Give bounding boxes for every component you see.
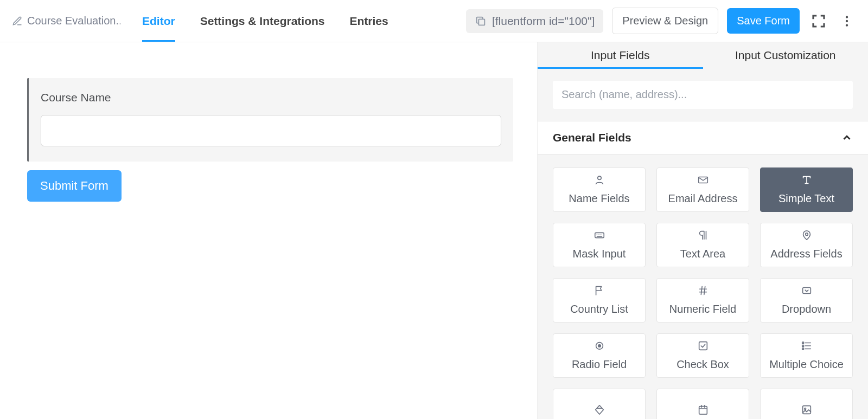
save-form-button[interactable]: Save Form	[727, 8, 800, 34]
tab-label: Entries	[350, 15, 388, 28]
text-icon	[800, 174, 813, 188]
main: Course Name Submit Form Input Fields Inp…	[0, 42, 868, 419]
field-card-radio-field[interactable]: Radio Field	[553, 333, 646, 378]
keyboard-icon	[593, 229, 606, 243]
field-card-diamond[interactable]	[553, 389, 646, 419]
tab-settings-integrations[interactable]: Settings & Integrations	[200, 0, 325, 42]
fullscreen-button[interactable]	[808, 11, 829, 31]
side-tab-label: Input Fields	[591, 49, 650, 62]
calendar-icon	[697, 404, 710, 418]
section-title: General Fields	[553, 131, 631, 144]
field-card-mask-input[interactable]: Mask Input	[553, 223, 646, 267]
paragraph-icon	[697, 229, 710, 243]
field-card-country-list[interactable]: Country List	[553, 278, 646, 323]
field-label: Course Name	[41, 91, 501, 104]
field-card-calendar[interactable]	[656, 389, 749, 419]
course-name-input[interactable]	[41, 115, 501, 146]
pencil-icon	[12, 16, 23, 27]
flag-icon	[593, 285, 606, 299]
field-card-label: Country List	[570, 303, 628, 315]
fullscreen-icon	[810, 13, 827, 29]
tab-input-fields[interactable]: Input Fields	[538, 42, 703, 69]
field-card-numeric-field[interactable]: Numeric Field	[656, 278, 749, 323]
fields-grid: Name FieldsEmail AddressSimple TextMask …	[538, 154, 868, 419]
user-icon	[593, 174, 606, 188]
field-card-label: Dropdown	[782, 303, 831, 315]
dropdown-icon	[800, 285, 813, 299]
top-right: [fluentform id="100"] Preview & Design S…	[466, 8, 856, 34]
svg-rect-0	[478, 19, 484, 25]
field-card-image[interactable]	[760, 389, 853, 419]
side-tab-label: Input Customization	[735, 49, 836, 62]
copy-icon	[475, 15, 487, 27]
more-vertical-icon	[840, 14, 854, 28]
form-title-text: Course Evaluation...	[27, 15, 120, 27]
field-card-label: Radio Field	[572, 358, 627, 371]
svg-point-10	[598, 345, 601, 347]
svg-point-2	[846, 20, 848, 22]
form-title[interactable]: Course Evaluation...	[12, 15, 120, 27]
canvas-area: Course Name Submit Form	[0, 42, 537, 419]
field-card-label: Mask Input	[573, 248, 626, 260]
submit-form-button[interactable]: Submit Form	[27, 170, 122, 202]
field-card-simple-text[interactable]: Simple Text	[760, 167, 853, 212]
tab-entries[interactable]: Entries	[350, 0, 388, 42]
sidebar: Input Fields Input Customization General…	[537, 42, 868, 419]
sidebar-tabs: Input Fields Input Customization	[538, 42, 868, 69]
svg-rect-11	[699, 342, 707, 350]
list-icon	[800, 340, 813, 354]
check-icon	[697, 340, 710, 354]
field-card-label: Address Fields	[770, 248, 842, 260]
field-card-multiple-choice[interactable]: Multiple Choice	[760, 333, 853, 378]
top-bar: Course Evaluation... Editor Settings & I…	[0, 0, 868, 42]
tab-editor[interactable]: Editor	[142, 0, 175, 42]
shortcode-text: [fluentform id="100"]	[492, 15, 595, 28]
search-wrap	[538, 69, 868, 121]
top-tabs: Editor Settings & Integrations Entries	[142, 0, 388, 42]
form-field-block[interactable]: Course Name	[27, 78, 513, 162]
svg-rect-6	[595, 233, 604, 237]
field-card-label: Multiple Choice	[769, 358, 844, 371]
field-card-name-fields[interactable]: Name Fields	[553, 167, 646, 212]
field-card-text-area[interactable]: Text Area	[656, 223, 749, 267]
image-icon	[800, 404, 813, 418]
more-menu-button[interactable]	[838, 12, 856, 30]
svg-rect-8	[802, 288, 810, 294]
tab-input-customization[interactable]: Input Customization	[703, 42, 869, 69]
svg-rect-16	[802, 405, 810, 414]
field-card-check-box[interactable]: Check Box	[656, 333, 749, 378]
chevron-up-icon	[841, 132, 853, 144]
field-card-address-fields[interactable]: Address Fields	[760, 223, 853, 267]
section-header-general-fields[interactable]: General Fields	[538, 121, 868, 154]
field-card-label: Simple Text	[778, 192, 834, 205]
field-card-email-address[interactable]: Email Address	[656, 167, 749, 212]
field-card-label: Numeric Field	[669, 303, 736, 315]
svg-rect-15	[699, 406, 707, 414]
field-card-label: Check Box	[676, 358, 729, 371]
field-card-label: Name Fields	[569, 192, 629, 205]
svg-point-1	[846, 16, 848, 18]
svg-rect-14	[802, 348, 803, 350]
field-card-dropdown[interactable]: Dropdown	[760, 278, 853, 323]
field-card-label: Email Address	[668, 192, 738, 205]
svg-point-3	[846, 24, 848, 26]
search-input[interactable]	[553, 81, 853, 109]
tab-label: Editor	[142, 15, 175, 28]
svg-point-7	[805, 233, 808, 236]
shortcode-box[interactable]: [fluentform id="100"]	[466, 9, 603, 33]
svg-rect-13	[802, 345, 803, 347]
svg-point-17	[804, 408, 806, 409]
field-card-label: Text Area	[680, 248, 725, 260]
tab-label: Settings & Integrations	[200, 15, 325, 28]
preview-design-button[interactable]: Preview & Design	[612, 8, 718, 34]
svg-point-4	[597, 176, 601, 179]
svg-rect-12	[802, 342, 803, 344]
radio-icon	[593, 340, 606, 354]
pin-icon	[800, 229, 813, 243]
mail-icon	[697, 174, 710, 188]
hash-icon	[697, 285, 710, 299]
diamond-icon	[593, 404, 606, 418]
